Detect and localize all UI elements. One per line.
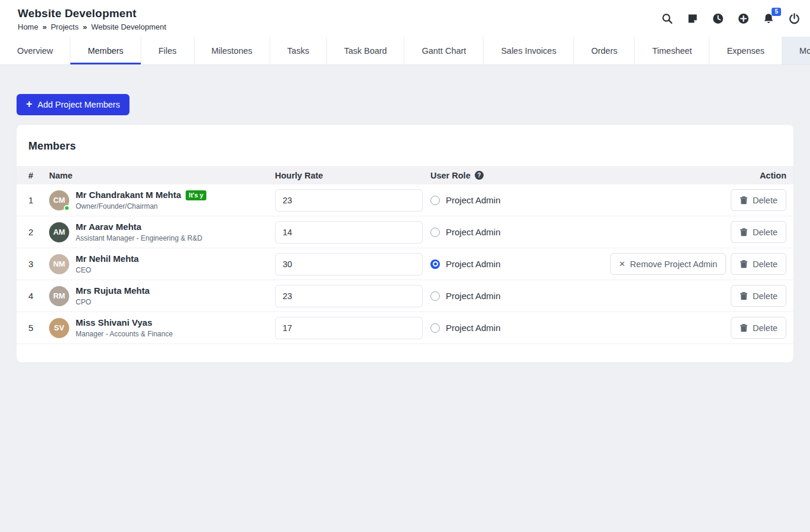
plus-icon: + bbox=[26, 99, 33, 109]
tab-files[interactable]: Files bbox=[141, 37, 195, 64]
tab-task-board[interactable]: Task Board bbox=[327, 37, 405, 64]
radio-unchecked-icon[interactable] bbox=[430, 196, 440, 205]
trash-icon bbox=[740, 291, 748, 300]
tab-tasks[interactable]: Tasks bbox=[270, 37, 327, 64]
project-admin-radio-group[interactable]: Project Admin bbox=[430, 291, 501, 301]
avatar: AM bbox=[49, 222, 69, 242]
radio-unchecked-icon[interactable] bbox=[430, 228, 440, 237]
project-admin-radio-group[interactable]: Project Admin bbox=[430, 323, 501, 333]
hourly-rate-input[interactable] bbox=[275, 253, 423, 275]
project-tabbar: Overview Members Files Milestones Tasks … bbox=[0, 37, 810, 65]
row-index: 5 bbox=[28, 323, 49, 333]
role-label: Project Admin bbox=[446, 195, 501, 205]
tab-gantt-chart[interactable]: Gantt Chart bbox=[404, 37, 484, 64]
hourly-rate-input[interactable] bbox=[275, 285, 423, 307]
members-card-title: Members bbox=[17, 125, 793, 166]
breadcrumb-separator: » bbox=[43, 22, 47, 31]
radio-checked-icon[interactable] bbox=[430, 259, 440, 269]
hourly-rate-input[interactable] bbox=[275, 317, 423, 339]
notification-count-badge: 5 bbox=[772, 8, 781, 16]
delete-member-button[interactable]: Delete bbox=[731, 221, 786, 243]
member-name-link[interactable]: Mr Aarav Mehta bbox=[76, 222, 141, 233]
help-question-icon[interactable]: ? bbox=[475, 171, 484, 180]
avatar: SV bbox=[49, 318, 69, 338]
remove-project-admin-button[interactable]: ✕ Remove Project Admin bbox=[610, 253, 726, 275]
breadcrumb-current: Website Development bbox=[91, 22, 166, 31]
avatar: NM bbox=[49, 254, 69, 274]
hourly-rate-input[interactable] bbox=[275, 189, 423, 212]
member-name-link[interactable]: Mr Nehil Mehta bbox=[76, 254, 139, 265]
col-header-action: Action bbox=[760, 171, 786, 180]
row-index: 3 bbox=[28, 259, 49, 269]
col-header-role: User Role bbox=[430, 171, 471, 180]
trash-icon bbox=[740, 323, 748, 332]
member-designation: CEO bbox=[76, 266, 139, 274]
member-designation: CPO bbox=[76, 298, 150, 306]
project-admin-radio-group[interactable]: Project Admin bbox=[430, 227, 501, 237]
role-label: Project Admin bbox=[446, 291, 501, 301]
members-card: Members # Name Hourly Rate User Role ? A… bbox=[17, 125, 793, 362]
member-designation: Owner/Founder/Chairman bbox=[76, 202, 206, 210]
tab-members[interactable]: Members bbox=[70, 37, 141, 64]
page-title: Website Development bbox=[18, 7, 166, 20]
row-index: 4 bbox=[28, 291, 49, 301]
tab-overview[interactable]: Overview bbox=[0, 37, 70, 64]
member-designation: Assistant Manager - Engineering & R&D bbox=[76, 234, 202, 242]
tab-expenses[interactable]: Expenses bbox=[709, 37, 782, 64]
delete-member-button[interactable]: Delete bbox=[731, 285, 786, 307]
member-designation: Manager - Accounts & Finance bbox=[76, 330, 173, 338]
role-label: Project Admin bbox=[446, 227, 501, 237]
breadcrumb-separator: » bbox=[83, 22, 87, 31]
role-label: Project Admin bbox=[446, 323, 501, 333]
table-row: 4 RM Mrs Rujuta Mehta CPO Project Admin … bbox=[17, 280, 793, 312]
breadcrumb-home[interactable]: Home bbox=[18, 22, 38, 31]
row-index: 2 bbox=[28, 227, 49, 237]
x-close-icon: ✕ bbox=[619, 259, 626, 268]
add-project-members-label: Add Project Members bbox=[38, 100, 120, 109]
table-row: 2 AM Mr Aarav Mehta Assistant Manager - … bbox=[17, 216, 793, 248]
project-admin-radio-group[interactable]: Project Admin bbox=[430, 195, 501, 205]
delete-member-button[interactable]: Delete bbox=[731, 189, 786, 211]
add-project-members-button[interactable]: + Add Project Members bbox=[17, 94, 129, 115]
project-admin-radio-group[interactable]: Project Admin bbox=[430, 259, 501, 269]
member-name-link[interactable]: Mr Chandrakant M Mehta bbox=[76, 190, 181, 201]
app-header: Website Development Home » Projects » We… bbox=[0, 0, 810, 37]
avatar: RM bbox=[49, 286, 69, 306]
table-row: 3 NM Mr Nehil Mehta CEO Project Admin ✕ … bbox=[17, 248, 793, 280]
tab-sales-invoices[interactable]: Sales Invoices bbox=[484, 37, 574, 64]
radio-unchecked-icon[interactable] bbox=[430, 291, 440, 301]
tab-milestones[interactable]: Milestones bbox=[195, 37, 270, 64]
breadcrumb-projects[interactable]: Projects bbox=[51, 22, 79, 31]
member-name-link[interactable]: Miss Shivani Vyas bbox=[76, 317, 153, 329]
member-name-link[interactable]: Mrs Rujuta Mehta bbox=[76, 286, 150, 297]
delete-member-button[interactable]: Delete bbox=[731, 317, 786, 339]
trash-icon bbox=[740, 228, 748, 236]
notes-icon[interactable] bbox=[686, 12, 699, 25]
notifications-bell-icon[interactable]: 5 bbox=[762, 12, 775, 25]
avatar: CM bbox=[49, 190, 69, 210]
radio-unchecked-icon[interactable] bbox=[430, 323, 440, 333]
col-header-rate: Hourly Rate bbox=[275, 171, 430, 180]
trash-icon bbox=[740, 196, 748, 205]
add-circle-icon[interactable] bbox=[737, 12, 750, 25]
row-index: 1 bbox=[28, 195, 49, 205]
search-icon[interactable] bbox=[660, 12, 673, 25]
power-logout-icon[interactable] bbox=[788, 12, 801, 25]
table-row: 5 SV Miss Shivani Vyas Manager - Account… bbox=[17, 312, 793, 344]
tab-orders[interactable]: Orders bbox=[574, 37, 635, 64]
clock-icon[interactable] bbox=[711, 12, 724, 25]
its-you-badge: It's y bbox=[186, 190, 206, 200]
breadcrumb: Home » Projects » Website Development bbox=[18, 22, 166, 31]
col-header-index: # bbox=[28, 171, 49, 180]
tab-timesheet[interactable]: Timesheet bbox=[635, 37, 709, 64]
table-row: 1 CM Mr Chandrakant M MehtaIt's y Owner/… bbox=[17, 184, 793, 216]
tab-more-dropdown[interactable]: More↓ bbox=[782, 37, 810, 64]
role-label: Project Admin bbox=[446, 259, 501, 269]
delete-member-button[interactable]: Delete bbox=[731, 253, 786, 275]
hourly-rate-input[interactable] bbox=[275, 221, 423, 244]
col-header-name: Name bbox=[49, 171, 275, 180]
card-footer-spacer bbox=[17, 344, 793, 362]
trash-icon bbox=[740, 259, 748, 268]
table-header-row: # Name Hourly Rate User Role ? Action bbox=[17, 166, 793, 184]
online-status-dot bbox=[64, 205, 70, 211]
